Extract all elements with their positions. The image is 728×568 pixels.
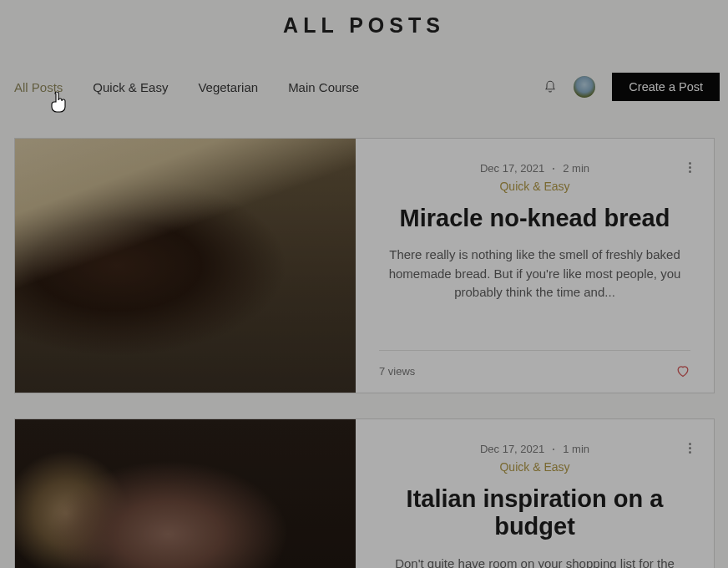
meta-separator xyxy=(553,449,554,450)
post-body: Dec 17, 2021 1 min Quick & Easy Italian … xyxy=(356,419,714,568)
post-title: Italian inspiration on a budget xyxy=(379,485,690,541)
post-read-time: 2 min xyxy=(563,162,589,175)
post-category[interactable]: Quick & Easy xyxy=(379,180,690,193)
avatar[interactable] xyxy=(574,76,595,98)
post-body: Dec 17, 2021 2 min Quick & Easy Miracle … xyxy=(356,139,714,393)
post-card[interactable]: Dec 17, 2021 1 min Quick & Easy Italian … xyxy=(14,418,715,568)
post-date: Dec 17, 2021 xyxy=(480,443,544,455)
more-icon[interactable] xyxy=(684,162,695,173)
post-views: 7 views xyxy=(379,365,415,378)
nav-tab-main-course[interactable]: Main Course xyxy=(288,80,359,94)
like-icon[interactable] xyxy=(675,364,690,378)
blog-nav: All Posts Quick & Easy Vegetarian Main C… xyxy=(0,68,728,106)
post-footer: 7 views xyxy=(379,350,690,378)
page-title: ALL POSTS xyxy=(0,0,728,68)
nav-tab-all-posts[interactable]: All Posts xyxy=(14,80,63,94)
post-excerpt: Don't quite have room on your shopping l… xyxy=(379,555,690,568)
post-meta: Dec 17, 2021 2 min xyxy=(379,162,690,175)
nav-tabs: All Posts Quick & Easy Vegetarian Main C… xyxy=(14,80,543,94)
notifications-icon[interactable] xyxy=(543,79,557,94)
post-date: Dec 17, 2021 xyxy=(480,162,544,175)
post-image xyxy=(15,419,356,568)
post-read-time: 1 min xyxy=(563,443,589,455)
create-post-button[interactable]: Create a Post xyxy=(612,73,720,101)
post-excerpt: There really is nothing like the smell o… xyxy=(379,246,690,302)
nav-tab-quick-easy[interactable]: Quick & Easy xyxy=(93,80,168,94)
meta-separator xyxy=(553,168,554,170)
nav-right: Create a Post xyxy=(543,73,720,101)
post-title: Miracle no-knead bread xyxy=(379,205,690,232)
post-meta: Dec 17, 2021 1 min xyxy=(379,443,690,455)
post-image xyxy=(15,139,356,393)
more-icon[interactable] xyxy=(684,443,695,454)
nav-tab-vegetarian[interactable]: Vegetarian xyxy=(198,80,258,94)
post-card[interactable]: Dec 17, 2021 2 min Quick & Easy Miracle … xyxy=(14,138,715,393)
post-category[interactable]: Quick & Easy xyxy=(379,460,690,474)
